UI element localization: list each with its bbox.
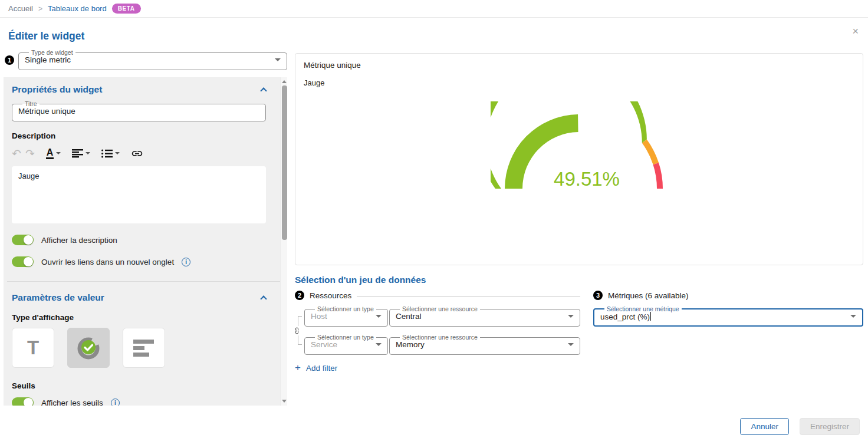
add-filter-button[interactable]: + Add filter — [295, 364, 337, 373]
resource-select[interactable]: Sélectionner une ressource Central — [389, 306, 580, 327]
resource-row: Sélectionner un type Service Sélectionne… — [304, 334, 580, 355]
collapse-properties-icon[interactable] — [260, 87, 267, 94]
metric-select[interactable]: Sélectionner une métrique used_prct (%) — [593, 306, 863, 327]
align-left-icon — [72, 149, 83, 158]
page-title: Éditer le widget — [8, 30, 868, 42]
resource-select[interactable]: Sélectionner une ressource Memory — [389, 334, 580, 355]
svg-text:49.51%: 49.51% — [554, 168, 620, 190]
resource-type-value: Host — [311, 312, 327, 321]
resource-row: Sélectionner un type Host Sélectionner u… — [304, 306, 580, 327]
text-color-icon: A — [46, 147, 54, 160]
dropdown-arrow-icon — [275, 58, 281, 61]
widget-properties-panel: Propriétés du widget Titre Métrique uniq… — [4, 77, 287, 406]
resource-value: Memory — [396, 340, 425, 349]
save-button[interactable]: Enregistrer — [800, 418, 860, 435]
step-2-badge: 2 — [295, 291, 304, 300]
scrollbar-thumb[interactable] — [282, 85, 287, 240]
resource-value: Central — [396, 312, 422, 321]
resource-type-select[interactable]: Sélectionner un type Host — [304, 306, 388, 327]
redo-icon[interactable]: ↷ — [25, 148, 35, 159]
show-thresholds-label: Afficher les seuils — [41, 399, 103, 406]
beta-badge: BETA — [112, 4, 141, 14]
title-field-value: Métrique unique — [18, 107, 75, 116]
bar-display-icon — [133, 340, 154, 357]
chevron-down-icon — [86, 152, 90, 154]
text-color-button[interactable]: A — [46, 147, 61, 160]
close-icon[interactable]: × — [852, 26, 859, 37]
align-button[interactable] — [72, 149, 90, 158]
step-3-badge: 3 — [593, 291, 603, 300]
chevron-down-icon — [115, 152, 120, 154]
info-icon[interactable]: i — [182, 258, 190, 266]
thresholds-label: Seuils — [12, 381, 266, 390]
breadcrumb-home-link[interactable]: Accueil — [8, 4, 33, 13]
dropdown-arrow-icon — [568, 315, 574, 318]
chain-icon — [293, 326, 301, 335]
collapse-value-settings-icon[interactable] — [260, 295, 267, 302]
widget-type-select[interactable]: Type de widget Single metric — [18, 50, 287, 70]
dataset-heading: Sélection d'un jeu de données — [295, 275, 863, 285]
bullet-list-icon — [101, 149, 113, 158]
step-1-badge: 1 — [5, 55, 14, 65]
metrics-label: Métriques (6 available) — [608, 291, 689, 300]
dropdown-arrow-icon — [850, 315, 856, 318]
gauge-chart: 49.51% — [491, 101, 668, 191]
widget-preview-panel: Métrique unique Jauge 49.51% — [295, 53, 863, 265]
dropdown-arrow-icon — [376, 343, 382, 346]
scrollbar-down-icon[interactable] — [282, 400, 287, 403]
description-label: Description — [12, 131, 266, 140]
breadcrumb-dashboards-link[interactable]: Tableaux de bord — [48, 4, 107, 13]
breadcrumb: Accueil > Tableaux de bord BETA — [0, 0, 868, 18]
open-links-label: Ouvrir les liens dans un nouvel onglet — [41, 258, 174, 266]
text-cursor — [650, 312, 651, 321]
panel-scrollbar — [280, 77, 287, 406]
gauge: 49.51% — [304, 101, 854, 193]
preview-title: Métrique unique — [304, 61, 854, 70]
display-type-label: Type d'affichage — [12, 313, 266, 322]
dropdown-arrow-icon — [376, 315, 382, 318]
title-field[interactable]: Titre Métrique unique — [12, 101, 266, 121]
link-icon — [131, 147, 143, 160]
plus-icon: + — [295, 363, 301, 373]
metric-value: used_prct (%) — [600, 312, 651, 321]
widget-type-value: Single metric — [25, 55, 71, 64]
resource-type-select[interactable]: Sélectionner un type Service — [304, 334, 388, 355]
text-display-icon: T — [27, 337, 39, 359]
resources-label: Ressources — [310, 291, 351, 300]
section-divider — [7, 281, 280, 282]
display-type-text-button[interactable]: T — [12, 328, 54, 368]
display-type-bar-button[interactable] — [123, 328, 165, 368]
undo-icon[interactable]: ↶ — [12, 148, 21, 159]
cancel-button[interactable]: Annuler — [740, 418, 789, 435]
display-type-gauge-button[interactable] — [67, 328, 110, 368]
scrollbar-up-icon[interactable] — [282, 80, 287, 83]
rich-text-toolbar: ↶ ↷ A — [12, 146, 266, 161]
resource-type-value: Service — [311, 340, 337, 349]
breadcrumb-separator: > — [38, 5, 42, 13]
dropdown-arrow-icon — [568, 343, 574, 346]
gauge-display-icon — [75, 335, 101, 361]
properties-heading: Propriétés du widget — [12, 84, 102, 95]
add-filter-label: Add filter — [306, 364, 337, 373]
show-description-toggle[interactable] — [12, 235, 34, 245]
chevron-down-icon — [56, 152, 61, 154]
resources-rule — [357, 296, 580, 297]
link-button[interactable] — [131, 147, 143, 160]
show-thresholds-toggle[interactable] — [12, 397, 34, 406]
list-button[interactable] — [101, 149, 120, 158]
resource-link-column — [295, 306, 304, 355]
show-description-label: Afficher la description — [41, 236, 117, 245]
value-settings-heading: Paramètres de valeur — [12, 292, 104, 303]
info-icon[interactable]: i — [111, 399, 120, 406]
open-links-toggle[interactable] — [12, 256, 34, 267]
description-editor[interactable]: Jauge — [12, 166, 266, 223]
preview-description: Jauge — [304, 78, 854, 87]
